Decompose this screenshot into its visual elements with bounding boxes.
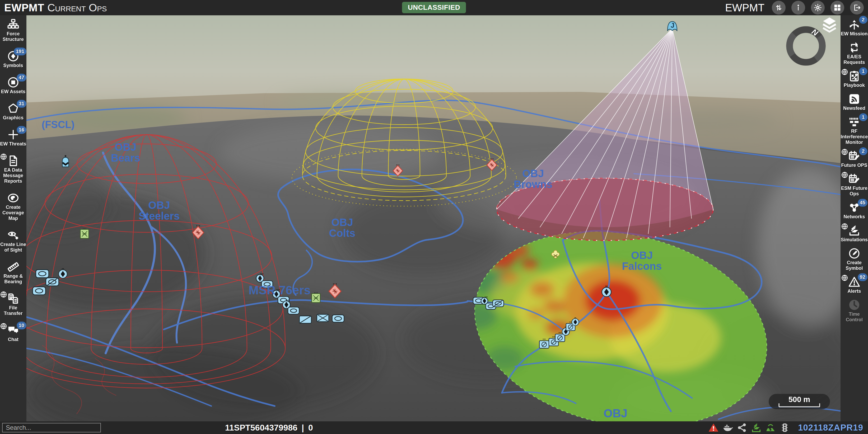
- sidebar-item-symbols[interactable]: 191 Symbols: [0, 50, 27, 68]
- simulation-stack-icon[interactable]: [751, 423, 762, 433]
- sidebar-item-future-ops[interactable]: 2 Future OPS: [840, 150, 868, 168]
- sidebar-item-rf-interference-monitor[interactable]: 1 RF Interference Monitor: [840, 116, 868, 145]
- page-title: Current Ops: [47, 2, 107, 13]
- sidebar-item-label: EA Data Message Reports: [0, 167, 27, 184]
- unit-neutral-green[interactable]: [80, 228, 89, 238]
- search-input[interactable]: [2, 423, 101, 432]
- clock-icon: [848, 299, 860, 311]
- sidebar-item-simulations[interactable]: Simulations: [840, 224, 868, 243]
- map-3d-view[interactable]: (FSCL) OBJBears OBJSteelers OBJColts OBJ…: [26, 15, 840, 421]
- sidebar-item-ew-assets[interactable]: 47 EW Assets: [0, 76, 27, 95]
- sidebar-item-create-symbol[interactable]: Create Symbol: [840, 247, 868, 271]
- app-title: EWPMTCurrent Ops: [0, 2, 107, 14]
- top-bar: EWPMTCurrent Ops UNCLASSIFIED EWPMT: [0, 0, 868, 15]
- unit-friendly-armor[interactable]: [36, 270, 49, 278]
- count-badge: 2: [859, 16, 867, 24]
- pencil-circle-icon: [848, 247, 860, 260]
- globe-icon: [0, 323, 7, 331]
- unit-neutral-green[interactable]: [312, 292, 320, 303]
- count-badge: 191: [14, 47, 26, 56]
- app-brand: EWPMT: [4, 2, 44, 13]
- count-badge: 31: [17, 100, 26, 108]
- sidebar-item-networks[interactable]: 45 Networks: [840, 201, 868, 220]
- sidebar-item-ea-data-message-reports[interactable]: EA Data Message Reports: [0, 155, 27, 184]
- docker-whale-icon[interactable]: [722, 423, 733, 433]
- alert-triangle-icon[interactable]: [708, 423, 719, 433]
- spectrum-wave-icon[interactable]: [765, 423, 776, 433]
- sidebar-item-label: Create Coverage Map: [0, 205, 27, 221]
- scale-bracket: [778, 403, 820, 408]
- globe-icon: [841, 68, 848, 76]
- status-icons: [708, 423, 790, 433]
- sidebar-item-ea-es-requests[interactable]: EA/ES Requests: [840, 41, 868, 65]
- sidebar-item-force-structure[interactable]: Force Structure: [0, 19, 27, 42]
- unit-friendly-mech[interactable]: [299, 316, 311, 323]
- sync-arrows-icon: [848, 41, 860, 54]
- ewpmt-window: EWPMTCurrent Ops UNCLASSIFIED EWPMT Forc…: [0, 0, 868, 434]
- sidebar-item-time-control[interactable]: Time Control: [840, 299, 868, 323]
- sidebar-item-ew-threats[interactable]: 16 EW Threats: [0, 129, 27, 147]
- sign-out-icon: [853, 3, 861, 12]
- scale-label: 500 m: [788, 396, 810, 403]
- mgrs-value: 11SPT5604379986: [225, 423, 298, 433]
- sidebar-item-label: Future OPS: [840, 163, 868, 168]
- sidebar-item-file-transfer[interactable]: File Transfer: [0, 293, 27, 316]
- layer-stack-icon: [848, 224, 860, 237]
- sidebar-item-label: Time Control: [840, 311, 868, 323]
- unit-friendly-infantry[interactable]: [317, 314, 329, 322]
- ruler-icon: [7, 261, 19, 273]
- file-transfer-icon: [7, 293, 19, 305]
- sidebar-item-create-line-of-sight[interactable]: Create Line of Sight: [0, 229, 27, 253]
- sidebar-item-graphics[interactable]: 31 Graphics: [0, 102, 27, 121]
- sidebar-item-label: Create Line of Sight: [0, 242, 27, 253]
- count-badge: 1: [859, 67, 867, 75]
- left-sidebar: Force Structure 191 Symbols 47 EW Assets…: [0, 15, 26, 421]
- sidebar-item-ew-mission[interactable]: 2 EW Mission: [840, 19, 868, 37]
- layers-icon: [821, 16, 838, 33]
- sign-out-button[interactable]: [850, 1, 864, 14]
- swap-vertical-icon: [774, 3, 783, 12]
- line-of-sight-icon: [7, 229, 19, 241]
- sidebar-item-label: Alerts: [840, 289, 868, 294]
- right-sidebar: 2 EW Mission EA/ES Requests 1 Playbook N…: [840, 15, 868, 421]
- apps-button[interactable]: [831, 1, 844, 14]
- settings-gear-icon: [814, 3, 822, 12]
- swap-vertical-button[interactable]: [772, 1, 785, 14]
- sidebar-item-alerts[interactable]: 92 Alerts: [840, 276, 868, 294]
- sidebar-item-label: Create Symbol: [840, 260, 868, 271]
- unit-friendly-aircraft[interactable]: [668, 22, 677, 31]
- sidebar-item-newsfeed[interactable]: Newsfeed: [840, 93, 868, 111]
- sidebar-item-chat[interactable]: 10 Chat: [0, 324, 27, 342]
- sidebar-item-range-bearing[interactable]: Range & Bearing: [0, 261, 27, 285]
- org-chart-icon: [7, 19, 19, 31]
- count-badge: 45: [858, 199, 867, 207]
- share-nodes-icon[interactable]: [737, 423, 747, 433]
- calendar-edit-icon: [848, 173, 860, 185]
- unit-friendly-armor[interactable]: [332, 315, 344, 322]
- sidebar-item-label: EW Mission: [840, 31, 868, 37]
- count-badge: 47: [17, 74, 26, 81]
- unit-friendly-armor[interactable]: [46, 278, 59, 286]
- sidebar-item-esm-future-ops[interactable]: ESM Future Ops: [840, 173, 868, 197]
- traffic-light-icon[interactable]: [779, 423, 790, 433]
- separator: |: [302, 423, 304, 433]
- sidebar-item-label: Range & Bearing: [0, 273, 27, 285]
- sidebar-item-create-coverage-map[interactable]: Create Coverage Map: [0, 192, 27, 221]
- unit-friendly-armor[interactable]: [493, 300, 504, 307]
- info-button[interactable]: [792, 1, 805, 14]
- calendar-edit-icon: [848, 150, 860, 162]
- compass-ring[interactable]: N: [786, 26, 826, 66]
- count-badge: 1: [859, 113, 867, 121]
- layers-button[interactable]: [821, 16, 838, 33]
- globe-icon: [841, 148, 848, 157]
- globe-icon: [841, 171, 848, 179]
- sidebar-item-label: Playbook: [840, 82, 868, 88]
- sidebar-item-label: EA/ES Requests: [840, 54, 868, 65]
- brand-right: EWPMT: [725, 2, 765, 14]
- coverage-map-icon: [7, 192, 19, 204]
- sidebar-item-label: ESM Future Ops: [840, 186, 868, 197]
- globe-icon: [841, 223, 848, 231]
- unit-friendly-armor[interactable]: [33, 287, 46, 295]
- settings-button[interactable]: [811, 1, 825, 14]
- sidebar-item-playbook[interactable]: 1 Playbook: [840, 70, 868, 88]
